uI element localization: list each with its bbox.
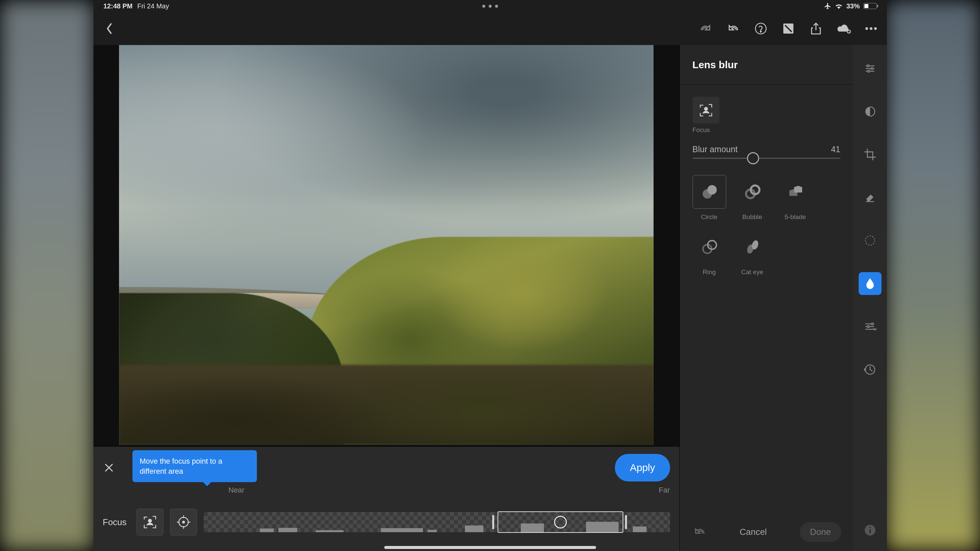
svg-point-9 <box>183 521 185 523</box>
home-indicator[interactable] <box>384 546 596 549</box>
shape-ring[interactable] <box>692 230 726 264</box>
share-button[interactable] <box>810 22 822 35</box>
status-date: Fri 24 May <box>137 2 169 10</box>
cancel-button[interactable]: Cancel <box>740 527 767 537</box>
shape-cateye[interactable] <box>736 230 769 264</box>
rail-presets[interactable] <box>859 315 881 338</box>
rail-info[interactable] <box>859 519 881 541</box>
redo-button[interactable] <box>699 22 712 35</box>
airplane-mode-icon <box>824 2 831 10</box>
depth-handle-far[interactable] <box>623 512 629 532</box>
svg-point-12 <box>707 185 717 195</box>
focus-point-button[interactable] <box>170 509 197 535</box>
wifi-icon <box>835 3 843 10</box>
battery-pct: 33% <box>846 2 860 10</box>
rail-healing[interactable] <box>859 100 881 123</box>
svg-point-6 <box>874 27 877 30</box>
rail-erase[interactable] <box>859 186 881 209</box>
back-button[interactable] <box>103 22 116 35</box>
shape-5blade[interactable] <box>779 175 812 209</box>
photo-canvas[interactable] <box>119 45 654 445</box>
svg-point-26 <box>867 326 869 327</box>
shape-circle-label: Circle <box>701 213 718 221</box>
near-label: Near <box>229 486 245 495</box>
svg-marker-16 <box>794 186 802 192</box>
blur-amount-slider[interactable] <box>692 157 840 159</box>
svg-point-21 <box>867 65 869 67</box>
focus-subject-button[interactable] <box>137 509 163 535</box>
svg-point-1 <box>760 31 761 32</box>
battery-icon <box>863 3 877 9</box>
rail-crop[interactable] <box>859 143 881 166</box>
status-bar: 12:48 PM Fri 24 May 33% <box>94 0 887 12</box>
focus-tool-button[interactable] <box>692 97 719 124</box>
depth-range-slider[interactable] <box>204 512 670 532</box>
rail-lens-blur[interactable] <box>859 272 881 295</box>
depth-handle-near[interactable] <box>490 512 496 532</box>
undo-button[interactable] <box>727 22 740 35</box>
shape-circle[interactable] <box>692 175 726 209</box>
svg-point-22 <box>871 68 873 70</box>
focus-label: Focus <box>103 517 127 527</box>
far-label: Far <box>659 486 670 495</box>
svg-point-24 <box>865 236 875 245</box>
focus-caption: Focus <box>692 126 840 134</box>
app-toolbar <box>94 12 887 45</box>
close-hint-button[interactable] <box>102 461 116 475</box>
help-button[interactable] <box>754 22 767 35</box>
shape-cateye-label: Cat eye <box>741 268 763 276</box>
multitask-dots[interactable] <box>482 5 498 8</box>
more-button[interactable] <box>865 22 877 35</box>
revert-button[interactable] <box>692 524 707 539</box>
svg-point-23 <box>868 70 870 72</box>
status-time: 12:48 PM <box>103 2 133 10</box>
panel-title: Lens blur <box>680 45 853 85</box>
rail-mask[interactable] <box>859 229 881 252</box>
svg-point-30 <box>869 527 871 529</box>
rail-adjust[interactable] <box>859 57 881 80</box>
svg-point-5 <box>870 27 872 30</box>
done-button[interactable]: Done <box>800 522 841 542</box>
compare-button[interactable] <box>782 22 795 35</box>
svg-point-7 <box>149 519 152 522</box>
bokeh-shape-grid: Circle Bubble 5-blade Ring <box>692 175 840 276</box>
shape-bubble-label: Bubble <box>742 213 762 221</box>
shape-bubble[interactable] <box>736 175 769 209</box>
svg-rect-29 <box>869 529 871 533</box>
blur-slider-thumb[interactable] <box>747 152 759 164</box>
shape-5blade-label: 5-blade <box>785 213 806 221</box>
focus-hint-tooltip: Move the focus point to a different area <box>132 450 257 482</box>
shape-ring-label: Ring <box>703 268 716 276</box>
apply-button[interactable]: Apply <box>615 454 670 481</box>
cloud-button[interactable] <box>837 22 850 35</box>
blur-amount-label: Blur amount <box>692 144 738 154</box>
depth-range-box[interactable] <box>498 511 623 533</box>
svg-point-10 <box>704 108 707 111</box>
rail-versions[interactable] <box>859 358 881 381</box>
right-rail <box>853 45 887 551</box>
svg-point-4 <box>865 27 868 30</box>
svg-point-25 <box>872 323 873 325</box>
blur-amount-value: 41 <box>831 144 840 154</box>
